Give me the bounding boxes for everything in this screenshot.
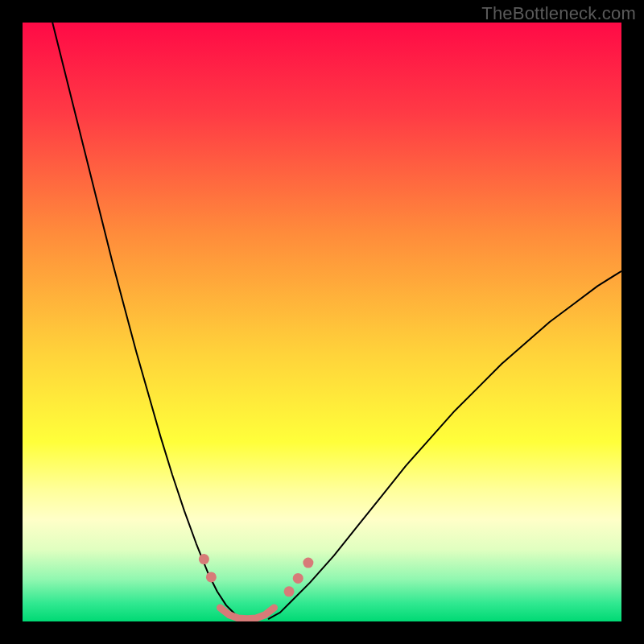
dot-right-2 xyxy=(293,573,303,584)
gradient-background xyxy=(23,23,621,621)
chart-svg xyxy=(23,23,621,621)
dot-left-2 xyxy=(206,572,217,582)
watermark-text: TheBottleneck.com xyxy=(481,3,636,24)
dot-left-1 xyxy=(199,554,209,564)
plot-area xyxy=(23,23,621,621)
chart-frame: TheBottleneck.com xyxy=(0,0,644,644)
dot-right-3 xyxy=(303,558,313,568)
dot-right-1 xyxy=(284,586,295,597)
